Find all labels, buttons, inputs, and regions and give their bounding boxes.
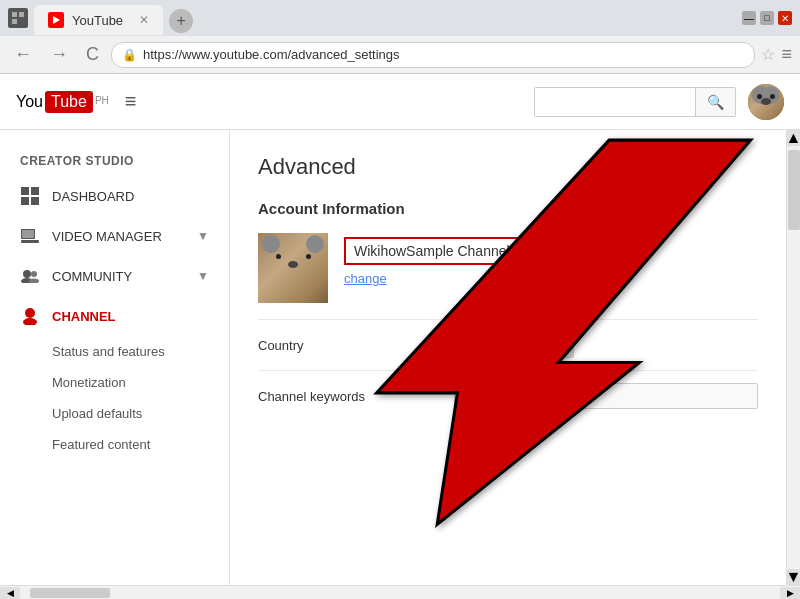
- channel-koala-ear-left: [262, 235, 280, 253]
- scroll-left-button[interactable]: ◀: [0, 587, 20, 599]
- logo-tube: Tube: [45, 91, 93, 113]
- page-content: YouTubePH ≡ 🔍: [0, 74, 800, 599]
- tab-favicon: [48, 12, 64, 28]
- scroll-up-button[interactable]: ▲: [787, 130, 800, 146]
- scroll-right-button[interactable]: ▶: [780, 587, 800, 599]
- sub-item-upload-defaults[interactable]: Upload defaults: [0, 398, 229, 429]
- svg-rect-1: [19, 12, 24, 17]
- dashboard-icon: [20, 186, 40, 206]
- title-bar: YouTube ✕ + — □ ✕: [0, 0, 800, 36]
- channel-koala-nose: [288, 261, 298, 268]
- channel-label: CHANNEL: [52, 309, 209, 324]
- yt-main: CREATOR STUDIO DASHBOARD: [0, 130, 800, 585]
- svg-marker-3: [53, 16, 60, 24]
- browser-menu-button[interactable]: ≡: [781, 44, 792, 65]
- account-info-row: WikihowSample Channel change change: [258, 233, 758, 303]
- active-tab[interactable]: YouTube ✕: [34, 5, 163, 35]
- channel-koala-ear-right: [306, 235, 324, 253]
- page-title: Advanced: [258, 154, 758, 180]
- minimize-button[interactable]: —: [742, 11, 756, 25]
- channel-name-change-link[interactable]: change: [524, 244, 567, 259]
- main-content: Advanced Account Information: [230, 130, 786, 585]
- logo-country: PH: [95, 95, 109, 106]
- keywords-label: Channel keywords: [258, 389, 438, 404]
- sidebar-item-dashboard[interactable]: DASHBOARD: [0, 176, 229, 216]
- reload-button[interactable]: C: [80, 42, 105, 67]
- tab-title: YouTube: [72, 13, 123, 28]
- community-chevron: ▼: [197, 269, 209, 283]
- youtube-page: YouTubePH ≡ 🔍: [0, 74, 800, 599]
- address-bar: ← → C 🔒 https://www.youtube.com/advanced…: [0, 36, 800, 74]
- community-label: COMMUNITY: [52, 269, 185, 284]
- window-controls: — □ ✕: [742, 11, 792, 25]
- community-icon: [20, 266, 40, 286]
- keywords-input[interactable]: [454, 383, 758, 409]
- channel-photo-change-link[interactable]: change: [344, 271, 566, 286]
- country-input[interactable]: [454, 332, 574, 358]
- maximize-button[interactable]: □: [760, 11, 774, 25]
- yt-logo: YouTubePH: [16, 91, 109, 113]
- bottom-scrollbar[interactable]: ◀ ▶: [0, 585, 800, 599]
- creator-studio-title: CREATOR STUDIO: [0, 146, 229, 176]
- video-manager-label: VIDEO MANAGER: [52, 229, 185, 244]
- sub-item-monetization[interactable]: Monetization: [0, 367, 229, 398]
- horizontal-scroll-thumb[interactable]: [30, 588, 110, 598]
- sidebar-item-channel[interactable]: CHANNEL: [0, 296, 229, 336]
- koala-nose: [761, 98, 771, 105]
- svg-rect-5: [31, 187, 39, 195]
- video-manager-chevron: ▼: [197, 229, 209, 243]
- channel-thumb-image: [258, 233, 328, 303]
- secure-icon: 🔒: [122, 48, 137, 62]
- bookmark-button[interactable]: ☆: [761, 45, 775, 64]
- scroll-down-button[interactable]: ▼: [787, 569, 800, 585]
- svg-point-12: [31, 271, 37, 277]
- section-title: Account Information: [258, 200, 758, 217]
- tab-bar: YouTube ✕ +: [34, 1, 736, 35]
- channel-name-section: WikihowSample Channel change change: [344, 233, 566, 286]
- svg-rect-0: [12, 12, 17, 17]
- svg-point-16: [23, 318, 37, 325]
- tab-close-button[interactable]: ✕: [139, 13, 149, 27]
- back-button[interactable]: ←: [8, 42, 38, 67]
- keywords-row: Channel keywords: [258, 370, 758, 421]
- dashboard-label: DASHBOARD: [52, 189, 209, 204]
- sub-item-featured-content[interactable]: Featured content: [0, 429, 229, 460]
- browser-frame: YouTube ✕ + — □ ✕ ← → C 🔒 https://www.yo…: [0, 0, 800, 599]
- sidebar: CREATOR STUDIO DASHBOARD: [0, 130, 230, 585]
- country-row: Country: [258, 319, 758, 370]
- new-tab-button[interactable]: +: [169, 9, 193, 33]
- svg-rect-6: [21, 197, 29, 205]
- user-avatar[interactable]: [748, 84, 784, 120]
- sidebar-item-video-manager[interactable]: VIDEO MANAGER ▼: [0, 216, 229, 256]
- yt-search-input[interactable]: [535, 88, 695, 116]
- right-scrollbar[interactable]: ▲ ▼: [786, 130, 800, 585]
- window-icon: [8, 8, 28, 28]
- yt-search-button[interactable]: 🔍: [695, 88, 735, 116]
- address-bar-input-wrap[interactable]: 🔒 https://www.youtube.com/advanced_setti…: [111, 42, 755, 68]
- channel-icon: [20, 306, 40, 326]
- avatar-image: [748, 84, 784, 120]
- logo-you: You: [16, 93, 43, 111]
- sidebar-item-community[interactable]: COMMUNITY ▼: [0, 256, 229, 296]
- sub-item-status[interactable]: Status and features: [0, 336, 229, 367]
- channel-name-display: WikihowSample Channel: [344, 237, 520, 265]
- svg-rect-2: [12, 19, 17, 24]
- video-manager-icon: [20, 226, 40, 246]
- yt-menu-icon[interactable]: ≡: [125, 90, 137, 113]
- yt-header: YouTubePH ≡ 🔍: [0, 74, 800, 130]
- channel-koala-eye-right: [306, 254, 311, 259]
- yt-search-wrap: 🔍: [534, 87, 736, 117]
- country-label: Country: [258, 338, 438, 353]
- forward-button[interactable]: →: [44, 42, 74, 67]
- scrollbar-track: [787, 234, 800, 569]
- svg-rect-10: [21, 240, 39, 243]
- scrollbar-thumb[interactable]: [788, 150, 800, 230]
- svg-point-15: [25, 308, 35, 318]
- channel-thumbnail: [258, 233, 328, 303]
- svg-rect-4: [21, 187, 29, 195]
- svg-rect-9: [22, 230, 34, 238]
- close-button[interactable]: ✕: [778, 11, 792, 25]
- channel-koala-eye-left: [276, 254, 281, 259]
- horizontal-scroll-track: [20, 588, 780, 598]
- channel-name-wrap: WikihowSample Channel change: [344, 237, 566, 265]
